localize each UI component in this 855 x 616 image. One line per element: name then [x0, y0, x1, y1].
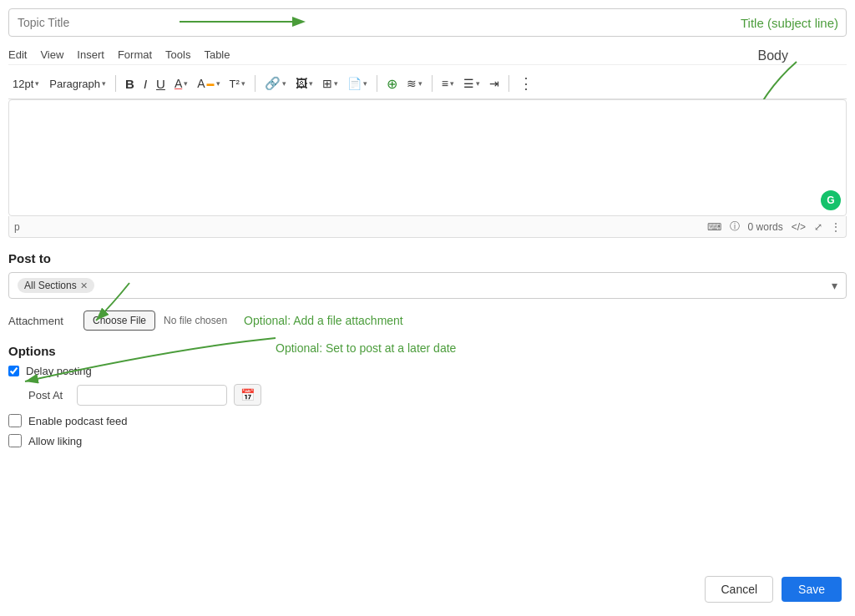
grammarly-icon[interactable]: G: [821, 190, 841, 210]
indent-btn[interactable]: ⇥: [485, 74, 503, 93]
allow-liking-label[interactable]: Allow liking: [28, 435, 82, 447]
editor-section: G p ⌨ ⓘ 0 words </> ⤢ ⋮: [8, 99, 847, 238]
font-size-group: 12pt ▾: [8, 75, 43, 93]
paragraph-group: Paragraph ▾: [45, 75, 110, 93]
attachment-label: Attachment: [8, 315, 75, 327]
sep-2: [255, 75, 255, 92]
attachment-row: Attachment Choose File No file chosen Op…: [8, 311, 847, 331]
podcast-row: Enable podcast feed: [8, 414, 847, 427]
align-btn[interactable]: ≡ ▾: [438, 74, 458, 93]
paragraph-btn[interactable]: Paragraph ▾: [45, 75, 110, 93]
extra-group: ⊕ ≋ ▾: [382, 73, 427, 94]
tag-pill-all-sections: All Sections ✕: [18, 278, 94, 293]
tag-remove-btn[interactable]: ✕: [80, 280, 88, 291]
enable-podcast-checkbox[interactable]: [8, 414, 22, 427]
allow-liking-checkbox[interactable]: [8, 434, 22, 447]
body-annotation-label: Body: [758, 48, 788, 63]
sep-3: [377, 75, 377, 92]
text-color-btn[interactable]: A ▾: [170, 74, 192, 93]
dropdown-arrow-icon: ▾: [832, 279, 837, 292]
menu-format[interactable]: Format: [118, 48, 152, 61]
highlight-btn[interactable]: A ▬ ▾: [193, 74, 224, 93]
allow-liking-row: Allow liking: [8, 434, 847, 447]
image-btn[interactable]: 🖼 ▾: [291, 74, 317, 93]
status-right-group: ⌨ ⓘ 0 words </> ⤢ ⋮: [707, 220, 841, 234]
calendar-btn[interactable]: 📅: [234, 384, 261, 406]
editor-body[interactable]: [9, 100, 846, 209]
menu-insert[interactable]: Insert: [77, 48, 104, 61]
attachment-annotation: Optional: Add a file attachment: [244, 314, 403, 327]
sep-1: [115, 75, 116, 92]
more-btn[interactable]: ⋮: [514, 72, 538, 95]
post-at-label: Post At: [28, 389, 70, 401]
delay-posting-checkbox[interactable]: [8, 366, 19, 376]
accessibility-icon[interactable]: ⓘ: [730, 220, 740, 234]
enable-podcast-label[interactable]: Enable podcast feed: [28, 415, 128, 427]
sep-4: [432, 75, 433, 92]
post-to-label: Post to: [8, 251, 847, 265]
toolbar: 12pt ▾ Paragraph ▾ B I U A ▾ A ▬ ▾: [8, 68, 847, 99]
align-group: ≡ ▾ ☰ ▾ ⇥: [438, 74, 503, 93]
post-at-input[interactable]: [77, 385, 227, 406]
cancel-button[interactable]: Cancel: [705, 576, 773, 603]
menu-tools[interactable]: Tools: [165, 48, 190, 61]
font-size-btn[interactable]: 12pt ▾: [8, 75, 43, 93]
link-btn[interactable]: 🔗 ▾: [261, 73, 291, 93]
underline-btn[interactable]: U: [152, 74, 169, 93]
menubar: Edit View Insert Format Tools Table Body: [8, 43, 847, 65]
fullscreen-btn[interactable]: ⤢: [814, 221, 822, 233]
tag-select-left: All Sections ✕: [18, 278, 94, 293]
topic-title-input[interactable]: [8, 8, 847, 37]
word-count: 0 words: [748, 221, 783, 233]
status-bar: p ⌨ ⓘ 0 words </> ⤢ ⋮: [8, 216, 847, 238]
delay-posting-row: Delay posting Optional: Set to post at a…: [8, 365, 847, 377]
choose-file-btn[interactable]: Choose File: [83, 311, 155, 331]
menu-view[interactable]: View: [40, 48, 63, 61]
editor-tag: p: [14, 221, 20, 233]
post-at-row: Post At 📅: [28, 384, 847, 406]
link-group: 🔗 ▾ 🖼 ▾ ⊞ ▾ 📄 ▾: [261, 73, 372, 93]
post-to-section: Post to All Sections ✕ ▾: [8, 251, 847, 299]
post-to-select[interactable]: All Sections ✕ ▾: [8, 272, 847, 299]
bold-btn[interactable]: B: [121, 74, 139, 93]
topic-title-row: Title (subject line): [8, 8, 847, 37]
format-group: B I U A ▾ A ▬ ▾ T² ▾: [121, 74, 250, 93]
media-btn[interactable]: ⊞ ▾: [318, 74, 342, 93]
page-wrapper: Title (subject line) Edit View Insert Fo…: [0, 0, 855, 616]
superscript-btn[interactable]: T² ▾: [225, 75, 250, 93]
save-button[interactable]: Save: [782, 577, 842, 602]
menu-table[interactable]: Table: [204, 48, 230, 61]
italic-btn[interactable]: I: [139, 74, 151, 93]
no-file-text: No file chosen: [164, 315, 227, 326]
code-view-btn[interactable]: </>: [792, 221, 806, 233]
more-status-btn[interactable]: ⋮: [831, 221, 841, 233]
keyboard-icon[interactable]: ⌨: [707, 221, 721, 233]
editor-container: G: [8, 99, 847, 216]
delay-posting-label[interactable]: Delay posting: [26, 365, 92, 377]
menu-edit[interactable]: Edit: [8, 48, 27, 61]
plugin-btn[interactable]: ⊕: [382, 73, 402, 94]
options-section: Options Delay posting Optional: Set to p…: [8, 344, 847, 447]
sep-5: [508, 75, 509, 92]
delay-annotation-label: Optional: Set to post at a later date: [276, 341, 456, 355]
markup-btn[interactable]: ≋ ▾: [402, 74, 427, 93]
list-btn[interactable]: ☰ ▾: [459, 74, 484, 93]
footer-buttons: Cancel Save: [705, 576, 842, 603]
footer-spacer: [8, 461, 847, 511]
delay-arrow-svg: [8, 331, 342, 390]
embed-btn[interactable]: 📄 ▾: [343, 74, 372, 93]
